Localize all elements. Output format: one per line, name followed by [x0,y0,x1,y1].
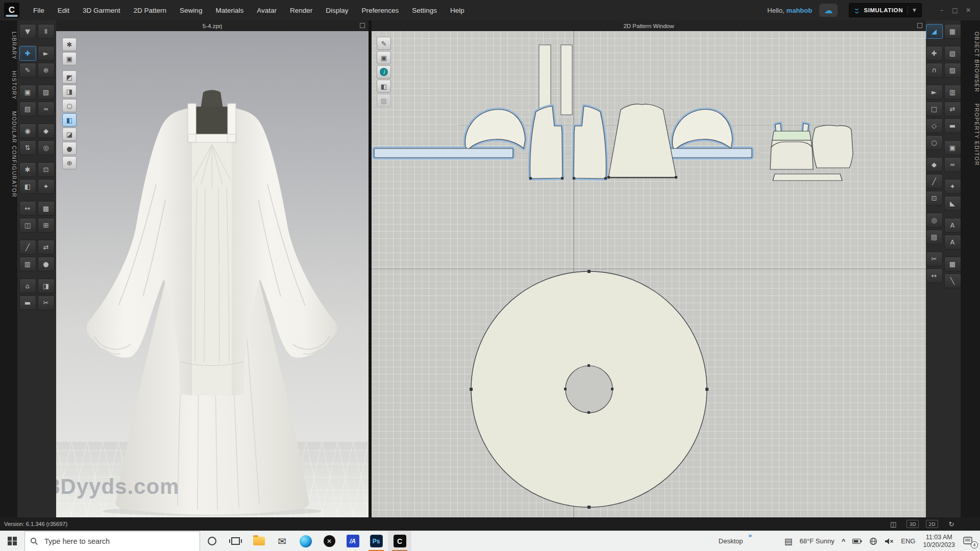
menu-display[interactable]: Display [319,4,355,17]
pattern-2d-titlebar[interactable]: 2D Pattern Window [372,20,926,31]
brush-tool[interactable]: ▨ [38,85,55,99]
pattern-machine-tool[interactable]: ▦ [944,24,961,39]
refresh-button[interactable]: ↻ [945,520,958,528]
menu-preferences[interactable]: Preferences [355,4,405,17]
pattern-info-toggle[interactable]: i [377,65,391,79]
garment-3d-titlebar[interactable]: 5-4.zprj [56,20,369,31]
arrangement-point-tool[interactable]: ⌂ [19,279,36,293]
attach-tool[interactable]: ⊕ [38,63,55,78]
username[interactable]: mahbob [787,7,813,14]
simulate-button[interactable]: ▼ [19,24,36,39]
fabric-roll-tool[interactable]: ▩ [38,201,55,216]
maximize-button[interactable]: □ [948,7,962,14]
tab-library[interactable]: LIBRARY [0,32,17,60]
tab-history[interactable]: HISTORY [0,71,17,100]
base-pattern-toggle[interactable]: ◧ [377,80,391,93]
texture-editor-tool[interactable]: ▩ [944,257,961,271]
transform-pattern-tool[interactable]: ◢ [926,24,943,39]
garment-3d-render[interactable] [56,31,369,517]
animation-mode-button[interactable]: Ⅱ [38,24,55,39]
wireframe-toggle[interactable]: ◪ [62,128,77,141]
seam-allowance-tool[interactable]: ▨ [944,63,961,78]
xbox-button[interactable]: ✕ [317,531,341,551]
vest-tool[interactable]: ▥ [19,257,36,271]
avatar-head-toggle[interactable]: ● [62,142,77,155]
garment-show-toggle[interactable]: ▣ [62,52,77,65]
tray-overflow-button[interactable]: ^ [838,531,849,551]
popout-window-icon[interactable] [360,23,365,28]
edit-curvature-tool[interactable]: ∩ [926,63,943,78]
language-indicator[interactable]: ENG [897,531,919,551]
dart-3d-tool[interactable]: ◆ [38,123,55,138]
notification-center-button[interactable]: 4 [959,531,980,551]
topstitch-tool[interactable]: ⊞ [38,218,55,233]
blue-app-button[interactable]: /A [341,531,364,551]
pleats-tool[interactable]: ▤ [926,230,943,244]
menu-settings[interactable]: Settings [405,4,444,17]
scene-toggle[interactable]: ✱ [62,38,77,51]
menu-materials[interactable]: Materials [209,4,250,17]
file-explorer-button[interactable] [247,531,271,551]
volume-muted-indicator[interactable] [881,531,897,551]
steam-tool[interactable]: ≈ [38,102,55,116]
clo-logo-icon[interactable]: C [4,3,19,18]
pattern-pieces[interactable] [372,31,926,517]
tab-property-editor[interactable]: PROPERTY EDITOR [961,104,980,166]
text-tool[interactable]: A [944,218,961,233]
cortana-button[interactable] [200,531,224,551]
puckering-tool[interactable]: ✦ [38,179,55,194]
buttonhole-tool[interactable]: ⊡ [38,162,55,177]
fabric-texture-toggle[interactable]: ◧ [62,113,77,127]
task-view-button[interactable] [224,531,247,551]
circle-tool[interactable]: ○ [926,135,943,150]
clo-taskbar-button[interactable]: C [388,531,411,551]
pattern-2d-viewport[interactable]: ✎▣i◧▨ [372,31,926,517]
surface-texture-toggle[interactable]: ◨ [62,85,77,98]
menu-3d-garment[interactable]: 3D Garment [76,4,127,17]
avatar-show-toggle[interactable]: ◩ [62,70,77,84]
menu-render[interactable]: Render [283,4,319,17]
start-button[interactable] [0,531,24,551]
internal-rect-tool[interactable]: ⊡ [926,191,943,206]
rectangle-tool[interactable]: □ [926,102,943,116]
trace-tool[interactable]: ▧ [944,46,961,61]
clock[interactable]: 11:03 AM 10/20/2023 [919,531,959,551]
iron-tool[interactable]: ▬ [944,118,961,133]
free-sew-tool[interactable]: ≈ [944,157,961,172]
select-garment-tool[interactable]: ▣ [19,85,36,99]
menu-edit[interactable]: Edit [51,4,76,17]
tuck-tool[interactable]: ▥ [944,85,961,99]
dropdown-caret-icon[interactable]: ▼ [913,8,916,13]
popout-window-icon[interactable] [917,23,922,28]
search-input[interactable] [43,537,194,546]
select-pen-tool[interactable]: ✎ [19,63,36,78]
edge-button[interactable] [294,531,317,551]
split-view-button[interactable]: ◫ [887,520,899,528]
minimize-button[interactable]: – [935,7,948,14]
panel-splitter[interactable] [369,20,372,517]
swap-tool[interactable]: ⇄ [38,240,55,255]
shirt-2d-tool[interactable]: ▣ [944,140,961,155]
close-button[interactable]: ✕ [962,7,975,14]
edit-pattern-tool[interactable]: ✚ [926,46,943,61]
select-move-tool[interactable]: ✚ [19,46,36,61]
cut-3d-tool[interactable]: ✂ [38,295,55,310]
button-tool[interactable]: ◎ [38,140,55,155]
tack-tool[interactable]: ✱ [19,162,36,177]
weather-widget[interactable]: 68°F Sunny [796,531,838,551]
view-2d-button[interactable]: 2D [926,520,938,528]
cut-sew-tool[interactable]: ✂ [926,252,943,266]
pen-3d-tool[interactable]: ╱ [19,240,36,255]
grading-tool[interactable]: ◣ [944,196,961,211]
cloud-sync-icon[interactable]: ☁ [819,4,838,17]
roll-tool[interactable]: ◨ [38,279,55,293]
world-map-toggle[interactable]: ⊕ [62,156,77,169]
text-style-tool[interactable]: A [944,235,961,249]
garment-2d-toggle[interactable]: ▣ [377,51,391,64]
arrange-hanger-tool[interactable]: ⇅ [19,140,36,155]
view-3d-button[interactable]: 3D [906,520,919,528]
taskbar-search[interactable] [24,531,200,551]
sync-pattern-toggle[interactable]: ▨ [377,94,391,107]
fold-arrangement-tool[interactable]: ◧ [19,179,36,194]
expand-tool[interactable]: ↔ [926,268,943,283]
